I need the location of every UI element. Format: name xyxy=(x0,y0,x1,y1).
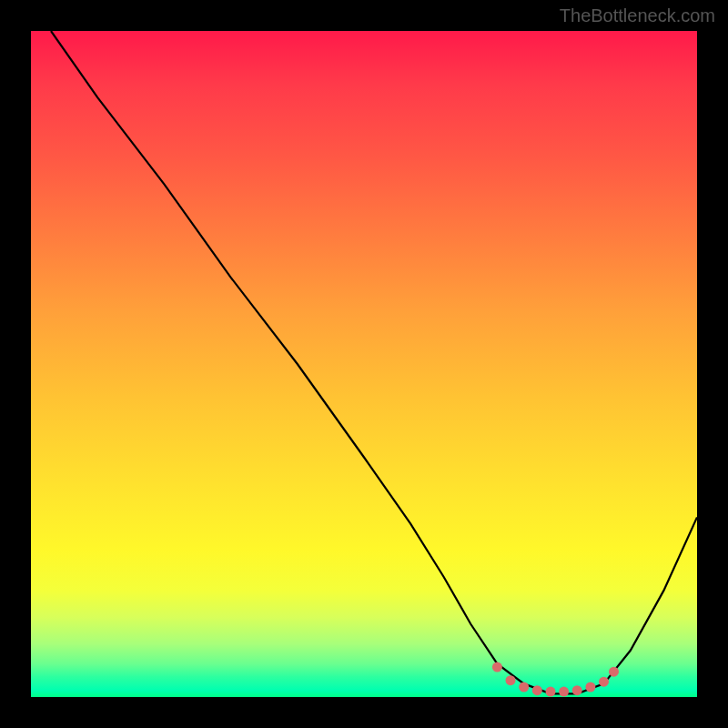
marker-dot xyxy=(532,685,542,695)
marker-dot xyxy=(506,675,516,685)
marker-group xyxy=(492,662,619,697)
plot-area xyxy=(31,31,697,697)
marker-dot xyxy=(572,685,582,695)
marker-dot xyxy=(585,682,595,693)
main-curve xyxy=(51,31,697,693)
watermark-text: TheBottleneck.com xyxy=(560,5,715,26)
marker-dot xyxy=(609,667,619,677)
marker-dot xyxy=(519,682,529,693)
marker-dot xyxy=(546,687,556,697)
marker-dot xyxy=(559,687,569,697)
curve-layer xyxy=(31,31,697,697)
marker-dot xyxy=(599,677,609,687)
marker-dot xyxy=(492,662,502,672)
